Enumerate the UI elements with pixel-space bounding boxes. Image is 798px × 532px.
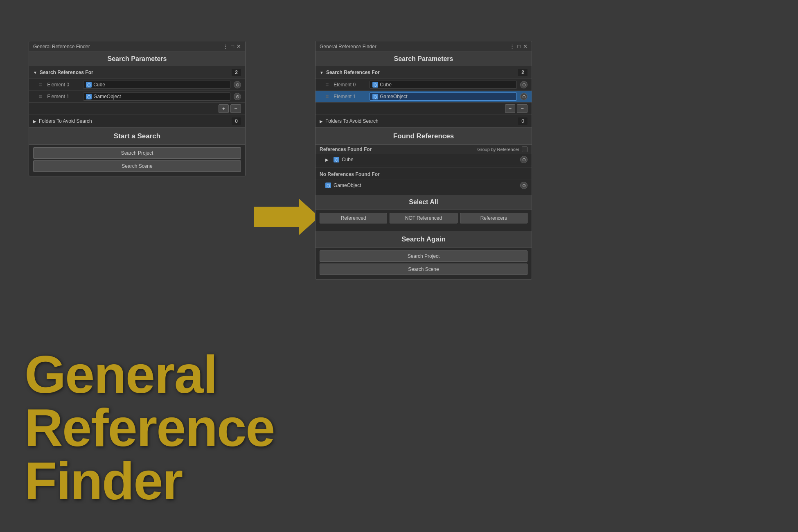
left-circle-btn-0[interactable]: ⊙	[234, 81, 241, 88]
right-go-no-ref-circle-btn[interactable]: ⊙	[520, 182, 527, 189]
right-folders-triangle: ▶	[320, 119, 323, 124]
right-object-field-1[interactable]: ⬡ GameObject	[370, 92, 517, 101]
left-toolbar-buttons: + −	[29, 103, 245, 115]
right-cube-ref-icon: ⬡	[334, 157, 339, 162]
left-search-refs-header: ▼ Search References For 2	[29, 66, 245, 79]
left-search-refs-triangle: ▼	[33, 70, 37, 75]
right-search-refs-label: Search References For	[326, 70, 380, 75]
left-panel-menu-icon[interactable]: ⋮	[223, 43, 228, 50]
right-divider-2	[316, 193, 532, 193]
right-cube-ref-circle-btn[interactable]: ⊙	[520, 156, 527, 163]
right-toolbar-buttons: + −	[316, 103, 532, 115]
right-search-scene-btn[interactable]: Search Scene	[320, 264, 527, 275]
right-not-referenced-btn[interactable]: NOT Referenced	[390, 213, 457, 223]
right-element-0-label: Element 0	[334, 82, 366, 88]
left-element-1: ≡ Element 1 ⬡ GameObject ⊙	[29, 91, 245, 103]
left-object-name-1: GameObject	[93, 94, 121, 99]
right-divider-1	[316, 167, 532, 167]
right-cube-ref-item: ▶ ⬡ Cube ⊙	[316, 154, 532, 165]
left-add-btn[interactable]: +	[219, 104, 229, 113]
right-divider-3	[316, 229, 532, 229]
left-search-buttons: Search Project Search Scene	[29, 145, 245, 176]
right-gameobject-no-ref-item: ⬡ GameObject ⊙	[316, 180, 532, 191]
left-drag-handle-1[interactable]: ≡	[39, 93, 42, 100]
big-text-line3: Finder	[25, 454, 275, 507]
right-referenced-btn[interactable]: Referenced	[320, 213, 387, 223]
right-element-1-label: Element 1	[334, 94, 366, 99]
left-remove-btn[interactable]: −	[230, 104, 241, 113]
right-element-0: ≡ Element 0 ⬡ Cube ⊙	[316, 79, 532, 91]
right-refs-found-for-label: References Found For	[320, 147, 372, 152]
right-object-name-1: GameObject	[380, 94, 407, 99]
right-search-project-btn[interactable]: Search Project	[320, 250, 527, 262]
right-search-again-header: Search Again	[316, 231, 532, 248]
right-folders-row: ▶ Folders To Avoid Search 0	[316, 115, 532, 128]
right-cube-triangle[interactable]: ▶	[325, 158, 329, 162]
left-drag-handle-0[interactable]: ≡	[39, 81, 42, 88]
right-circle-btn-0[interactable]: ⊙	[520, 81, 527, 88]
left-start-search-btn[interactable]: Start a Search	[29, 128, 245, 145]
right-referencers-btn[interactable]: Referencers	[460, 213, 527, 223]
left-folders-label: Folders To Avoid Search	[39, 118, 92, 124]
left-go-icon-1: ⬡	[86, 94, 92, 99]
right-folders-label: Folders To Avoid Search	[325, 118, 379, 124]
right-cube-ref-label: Cube	[342, 157, 354, 162]
left-object-field-1[interactable]: ⬡ GameObject	[83, 92, 230, 101]
right-object-field-0[interactable]: ⬡ Cube	[370, 81, 517, 89]
right-drag-handle-0[interactable]: ≡	[325, 81, 329, 88]
right-element-1: ≡ Element 1 ⬡ GameObject ⊙	[316, 91, 532, 103]
right-object-name-0: Cube	[380, 82, 392, 88]
right-add-btn[interactable]: +	[505, 104, 516, 113]
left-circle-btn-1[interactable]: ⊙	[234, 93, 241, 100]
right-select-buttons-row: Referenced NOT Referenced Referencers	[316, 210, 532, 227]
right-drag-handle-1[interactable]: ≡	[325, 93, 329, 100]
right-go-no-ref-icon: ⬡	[325, 183, 331, 188]
right-circle-btn-1[interactable]: ⊙	[520, 93, 527, 100]
left-panel-titlebar: General Reference Finder ⋮ □ ✕	[29, 41, 245, 52]
right-group-by-checkbox[interactable]	[522, 147, 527, 152]
right-group-by-label: Group by Referencer	[477, 147, 519, 152]
left-object-name-0: Cube	[93, 82, 105, 88]
big-text-overlay: General Reference Finder	[25, 348, 275, 507]
right-cube-icon-0: ⬡	[372, 82, 378, 88]
big-text-line1: General	[25, 348, 275, 401]
left-element-0-label: Element 0	[47, 82, 80, 88]
left-cube-icon-0: ⬡	[86, 82, 92, 88]
left-search-refs-label: Search References For	[40, 70, 93, 75]
left-panel-title: General Reference Finder	[33, 44, 90, 50]
right-search-params-header: Search Parameters	[316, 52, 532, 66]
right-search-refs-header: ▼ Search References For 2	[316, 66, 532, 79]
right-search-refs-triangle: ▼	[320, 70, 324, 75]
left-panel-maximize-icon[interactable]: □	[231, 43, 234, 50]
left-element-1-label: Element 1	[47, 94, 80, 99]
left-search-scene-btn[interactable]: Search Scene	[33, 160, 241, 172]
right-found-refs-header: Found References	[316, 128, 532, 145]
right-remove-btn[interactable]: −	[517, 104, 527, 113]
right-panel-close-icon[interactable]: ✕	[523, 43, 527, 50]
left-search-project-btn[interactable]: Search Project	[33, 147, 241, 159]
left-search-params-header: Search Parameters	[29, 52, 245, 66]
left-object-field-0[interactable]: ⬡ Cube	[83, 81, 230, 89]
big-text-line2: Reference	[25, 401, 275, 454]
left-panel-close-icon[interactable]: ✕	[237, 43, 241, 50]
arrow-svg	[254, 196, 319, 237]
left-element-0: ≡ Element 0 ⬡ Cube ⊙	[29, 79, 245, 91]
right-folders-count: 0	[518, 117, 527, 125]
left-folders-count: 0	[232, 117, 241, 125]
left-search-refs-count: 2	[232, 69, 241, 76]
right-search-buttons: Search Project Search Scene	[316, 248, 532, 279]
left-folders-row: ▶ Folders To Avoid Search 0	[29, 115, 245, 128]
right-panel-controls: ⋮ □ ✕	[509, 43, 527, 50]
left-panel: General Reference Finder ⋮ □ ✕ Search Pa…	[29, 41, 246, 176]
right-panel-menu-icon[interactable]: ⋮	[509, 43, 515, 50]
right-panel-title: General Reference Finder	[320, 44, 376, 50]
right-go-icon-1: ⬡	[372, 94, 378, 99]
left-folders-triangle: ▶	[33, 119, 36, 124]
right-panel-maximize-icon[interactable]: □	[517, 43, 521, 50]
right-refs-found-for-row: References Found For Group by Referencer	[316, 145, 532, 154]
right-no-refs-label: No References Found For	[316, 169, 532, 180]
left-panel-controls: ⋮ □ ✕	[223, 43, 241, 50]
arrow-graphic	[254, 196, 319, 246]
svg-marker-0	[254, 198, 319, 235]
right-panel-titlebar: General Reference Finder ⋮ □ ✕	[316, 41, 532, 52]
